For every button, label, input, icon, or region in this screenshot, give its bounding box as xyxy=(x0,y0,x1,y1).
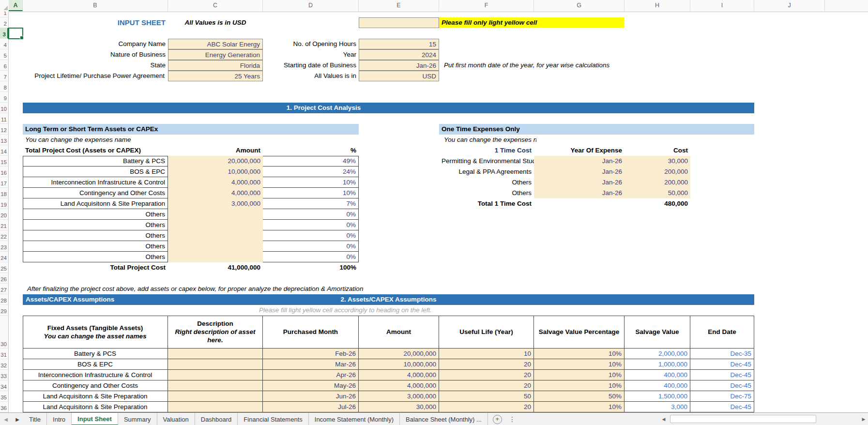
capex-row-amount[interactable]: 3,000,000 xyxy=(168,198,263,209)
row-header-32[interactable]: 32 xyxy=(0,359,8,370)
asset-row-desc[interactable] xyxy=(168,359,263,370)
onetime-row-cost[interactable]: 200,000 xyxy=(624,177,690,188)
row-header-4[interactable]: 4 xyxy=(0,39,8,49)
onetime-row-cost[interactable]: 30,000 xyxy=(624,156,690,167)
row-header-11[interactable]: 11 xyxy=(0,113,8,124)
row-header-5[interactable]: 5 xyxy=(0,49,8,60)
onetime-row-cost[interactable]: 50,000 xyxy=(624,188,690,198)
row-header-21[interactable]: 21 xyxy=(0,220,8,230)
row-header-14[interactable]: 14 xyxy=(0,145,8,156)
scroll-left-icon[interactable]: ◀ xyxy=(659,417,668,422)
row-header-24[interactable]: 24 xyxy=(0,252,8,262)
add-sheet-icon[interactable]: + xyxy=(493,415,502,424)
row-header-34[interactable]: 34 xyxy=(0,380,8,391)
tab-financial-statements[interactable]: Financial Statements xyxy=(238,413,308,425)
asset-row-salvage-pct[interactable]: 10% xyxy=(534,370,624,380)
row-header-13[interactable]: 13 xyxy=(0,135,8,145)
onetime-row-year[interactable]: Jan-26 xyxy=(534,167,624,177)
capex-row-amount[interactable]: 4,000,000 xyxy=(168,188,263,198)
row-header-19[interactable]: 19 xyxy=(0,198,8,209)
onetime-row-year[interactable]: Jan-26 xyxy=(534,177,624,188)
asset-row-salvage-pct[interactable]: 50% xyxy=(534,391,624,402)
row-header-8[interactable]: 8 xyxy=(0,81,8,92)
active-cell-selection[interactable] xyxy=(8,28,23,39)
row-header-31[interactable]: 31 xyxy=(0,349,8,359)
asset-row-desc[interactable] xyxy=(168,391,263,402)
asset-row-month[interactable]: Jul-26 xyxy=(263,402,359,412)
row-header-17[interactable]: 17 xyxy=(0,177,8,188)
asset-row-salvage-pct[interactable]: 10% xyxy=(534,359,624,370)
row-header-16[interactable]: 16 xyxy=(0,167,8,177)
asset-row-salvage-pct[interactable]: 10% xyxy=(534,402,624,412)
capex-row-amount[interactable]: 10,000,000 xyxy=(168,167,263,177)
scroll-right-icon[interactable]: ▶ xyxy=(859,417,868,422)
row-header-25[interactable]: 25 xyxy=(0,262,8,273)
asset-row-desc[interactable] xyxy=(168,402,263,412)
tab-title[interactable]: Title xyxy=(23,413,47,425)
capex-row-amount[interactable] xyxy=(168,220,263,230)
row-header-10[interactable]: 10 xyxy=(0,103,8,113)
column-header-i[interactable]: I xyxy=(690,0,754,11)
tab-valuation[interactable]: Valuation xyxy=(157,413,195,425)
onetime-row-cost[interactable]: 200,000 xyxy=(624,167,690,177)
asset-row-life[interactable]: 20 xyxy=(439,380,534,391)
capex-row-amount[interactable]: 4,000,000 xyxy=(168,177,263,188)
tab-scroll-left-icon[interactable]: ◀ xyxy=(0,413,12,425)
asset-row-desc[interactable] xyxy=(168,370,263,380)
opening-hours-input[interactable]: 15 xyxy=(359,39,439,49)
row-header-2[interactable]: 2 xyxy=(0,17,8,28)
asset-row-life[interactable]: 20 xyxy=(439,402,534,412)
tab-intro[interactable]: Intro xyxy=(47,413,72,425)
asset-row-amount[interactable]: 30,000 xyxy=(359,402,439,412)
asset-row-month[interactable]: Mar-26 xyxy=(263,359,359,370)
row-header-26[interactable]: 26 xyxy=(0,273,8,284)
asset-row-month[interactable]: May-26 xyxy=(263,380,359,391)
input-cell-e2[interactable] xyxy=(359,17,439,28)
asset-row-amount[interactable]: 20,000,000 xyxy=(359,349,439,359)
nature-of-business-input[interactable]: Energy Generation xyxy=(168,49,263,60)
asset-row-month[interactable]: Apr-26 xyxy=(263,370,359,380)
column-header-j[interactable]: J xyxy=(754,0,825,11)
row-header-1[interactable]: 1 xyxy=(0,12,8,17)
tab-scroll-right-icon[interactable]: ▶ xyxy=(12,413,23,425)
company-name-input[interactable]: ABC Solar Energy xyxy=(168,39,263,49)
row-header-28[interactable]: 28 xyxy=(0,294,8,305)
capex-row-amount[interactable] xyxy=(168,241,263,252)
row-header-23[interactable]: 23 xyxy=(0,241,8,252)
column-header-g[interactable]: G xyxy=(534,0,624,11)
row-header-15[interactable]: 15 xyxy=(0,156,8,167)
asset-row-amount[interactable]: 10,000,000 xyxy=(359,359,439,370)
row-header-22[interactable]: 22 xyxy=(0,230,8,241)
onetime-row-year[interactable]: Jan-26 xyxy=(534,188,624,198)
column-header-f[interactable]: F xyxy=(439,0,534,11)
asset-row-desc[interactable] xyxy=(168,380,263,391)
capex-row-amount[interactable] xyxy=(168,230,263,241)
tab-dashboard[interactable]: Dashboard xyxy=(195,413,238,425)
row-header-30[interactable]: 30 xyxy=(0,316,8,349)
tab-summary[interactable]: Summary xyxy=(118,413,157,425)
column-header-b[interactable]: B xyxy=(23,0,168,11)
project-lifetime-input[interactable]: 25 Years xyxy=(168,71,263,81)
row-header-6[interactable]: 6 xyxy=(0,60,8,71)
row-header-27[interactable]: 27 xyxy=(0,284,8,294)
row-header-33[interactable]: 33 xyxy=(0,370,8,380)
capex-row-amount[interactable] xyxy=(168,252,263,262)
asset-row-salvage-pct[interactable]: 10% xyxy=(534,349,624,359)
row-header-3[interactable]: 3 xyxy=(0,28,8,39)
year-input[interactable]: 2024 xyxy=(359,49,439,60)
horizontal-scrollbar[interactable]: ◀ ▶ xyxy=(659,413,868,425)
row-header-9[interactable]: 9 xyxy=(0,92,8,103)
column-header-h[interactable]: H xyxy=(624,0,690,11)
asset-row-amount[interactable]: 4,000,000 xyxy=(359,370,439,380)
tab-balance-sheet-monthly[interactable]: Balance Sheet (Monthly) ... xyxy=(400,413,488,425)
row-header-35[interactable]: 35 xyxy=(0,391,8,402)
capex-row-amount[interactable]: 20,000,000 xyxy=(168,156,263,167)
onetime-row-year[interactable]: Jan-26 xyxy=(534,156,624,167)
row-header-12[interactable]: 12 xyxy=(0,124,8,135)
column-header-d[interactable]: D xyxy=(263,0,359,11)
asset-row-desc[interactable] xyxy=(168,349,263,359)
asset-row-life[interactable]: 20 xyxy=(439,370,534,380)
asset-row-amount[interactable]: 4,000,000 xyxy=(359,380,439,391)
asset-row-month[interactable]: Jun-26 xyxy=(263,391,359,402)
asset-row-life[interactable]: 20 xyxy=(439,359,534,370)
